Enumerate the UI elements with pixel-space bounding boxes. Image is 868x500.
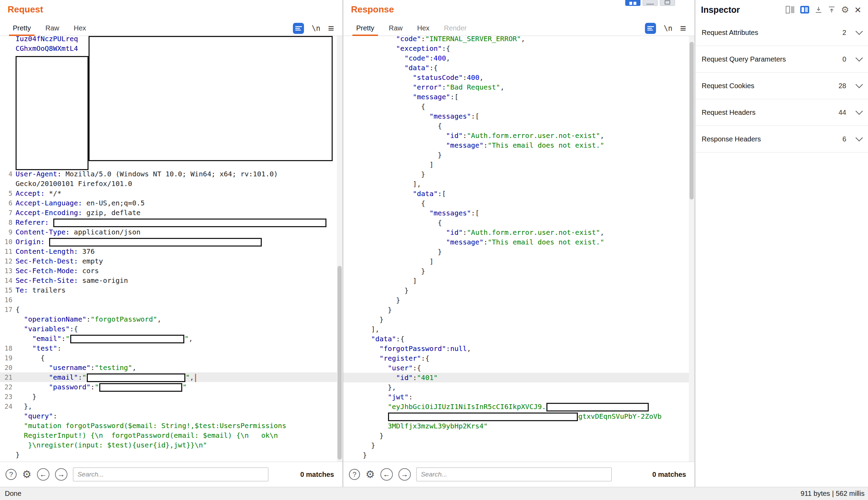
code-line[interactable]: "email":"",	[0, 334, 337, 343]
code-line[interactable]: }	[343, 295, 689, 305]
code-line[interactable]: 18 "test":	[0, 343, 337, 353]
code-line[interactable]: 7Accept-Encoding: gzip, deflate	[0, 208, 337, 217]
code-line[interactable]: }	[343, 286, 689, 295]
code-line[interactable]: }	[343, 431, 689, 441]
code-line[interactable]: "statusCode":400,	[343, 73, 689, 82]
code-line[interactable]: "data":{	[343, 63, 689, 73]
code-line[interactable]: {	[343, 102, 689, 111]
code-line[interactable]: 6Accept-Language: en-US,en;q=0.5	[0, 198, 337, 208]
search-settings-gear-icon[interactable]: ⚙	[22, 469, 31, 480]
code-line[interactable]: "jwt":	[343, 392, 689, 402]
code-line[interactable]: {	[343, 218, 689, 228]
code-line[interactable]: 9Content-Type: application/json	[0, 227, 337, 237]
pretty-print-icon[interactable]	[645, 23, 656, 34]
code-line[interactable]: ],	[343, 324, 689, 334]
code-line[interactable]: 14Sec-Fetch-Site: same-origin	[0, 276, 337, 285]
code-line[interactable]: }	[343, 247, 689, 257]
code-line[interactable]: "message":"This email does not exist."	[343, 237, 689, 247]
response-scrollbar[interactable]	[689, 36, 694, 462]
code-line[interactable]: "id":"401"	[343, 373, 689, 382]
code-line[interactable]: {	[343, 198, 689, 208]
response-tab-hex[interactable]: Hex	[410, 21, 437, 36]
code-line[interactable]: ]	[343, 160, 689, 169]
help-icon[interactable]: ?	[349, 469, 360, 480]
editor-menu-icon[interactable]: ≡	[680, 23, 686, 34]
code-line[interactable]: 22 "password":""	[0, 382, 337, 392]
request-editor[interactable]: Iuz04fNczPULreqCGhxmOoQ8WXmtL44User-Agen…	[0, 36, 337, 462]
collapse-all-icon[interactable]	[815, 6, 822, 13]
code-line[interactable]: 11Content-Length: 376	[0, 247, 337, 256]
next-match-button[interactable]: →	[398, 468, 411, 481]
code-line[interactable]: "messages":[	[343, 111, 689, 121]
code-line[interactable]: },	[343, 382, 689, 392]
code-line[interactable]: "operationName":"forgotPassword",	[0, 314, 337, 324]
layout-rows-button[interactable]	[643, 0, 658, 6]
code-line[interactable]: }	[343, 266, 689, 276]
code-line[interactable]: "message":[	[343, 92, 689, 102]
show-newlines-icon[interactable]: \n	[312, 24, 320, 33]
code-line[interactable]: {	[343, 121, 689, 131]
code-line[interactable]: 3MDlfjx3mzwL39ybHp2Krs4"	[343, 421, 689, 431]
code-line[interactable]: }	[343, 169, 689, 179]
expand-all-icon[interactable]	[828, 6, 835, 13]
code-line[interactable]: "message":"This email does not exist."	[343, 140, 689, 150]
code-line[interactable]: }\nregister(input: $test){user{id},jwt}}…	[0, 440, 337, 450]
response-tab-render[interactable]: Render	[437, 21, 474, 36]
code-line[interactable]: 10Origin:	[0, 237, 337, 247]
code-line[interactable]: }	[343, 315, 689, 324]
code-line[interactable]: 23 }	[0, 392, 337, 401]
scrollbar-thumb[interactable]	[338, 266, 342, 460]
request-tab-hex[interactable]: Hex	[66, 21, 93, 36]
inspector-section-request-cookies[interactable]: Request Cookies 28	[695, 73, 868, 99]
code-line[interactable]: 24 },	[0, 401, 337, 411]
inspector-section-request-attributes[interactable]: Request Attributes 2	[695, 19, 868, 46]
code-line[interactable]: "id":"Auth.form.error.user.not-exist",	[343, 131, 689, 140]
response-tab-raw[interactable]: Raw	[381, 21, 410, 36]
code-line[interactable]: "query":	[0, 411, 337, 421]
code-line[interactable]: 5Accept: */*	[0, 188, 337, 198]
inspector-section-request-headers[interactable]: Request Headers 44	[695, 99, 868, 126]
code-line[interactable]: "exception":{	[343, 44, 689, 53]
inspector-section-response-headers[interactable]: Response Headers 6	[695, 126, 868, 152]
code-line[interactable]: 13Sec-Fetch-Mode: cors	[0, 266, 337, 276]
code-line[interactable]: gtxvDEqnSVuPbY-2ZoVb	[343, 411, 689, 421]
search-settings-gear-icon[interactable]: ⚙	[366, 469, 375, 480]
code-line[interactable]: "user":{	[343, 363, 689, 373]
code-line[interactable]: "variables":{	[0, 324, 337, 334]
help-icon[interactable]: ?	[6, 469, 17, 480]
code-line[interactable]: "id":"Auth.form.error.user.not-exist",	[343, 228, 689, 237]
code-line[interactable]: 4User-Agent: Mozilla/5.0 (Windows NT 10.…	[0, 169, 337, 179]
code-line[interactable]: 16	[0, 295, 337, 305]
response-tab-pretty[interactable]: Pretty	[349, 21, 381, 36]
code-line[interactable]: }	[343, 450, 689, 460]
response-search-input[interactable]	[416, 467, 612, 481]
layout-single-button[interactable]	[660, 0, 675, 6]
chevron-down-icon[interactable]	[856, 134, 863, 141]
chevron-down-icon[interactable]	[856, 81, 863, 88]
request-scrollbar[interactable]	[337, 36, 342, 462]
code-line[interactable]: 20 "username":"testing",	[0, 363, 337, 372]
code-line[interactable]: "forgotPassword":null,	[343, 344, 689, 353]
scrollbar-thumb[interactable]	[690, 42, 694, 200]
code-line[interactable]: }	[343, 441, 689, 450]
code-line[interactable]: 8Referer:	[0, 217, 337, 227]
code-line[interactable]: Gecko/20100101 Firefox/101.0	[0, 179, 337, 188]
inspector-close-icon[interactable]: ×	[855, 4, 861, 15]
inspector-gear-icon[interactable]: ⚙	[841, 5, 849, 14]
code-line[interactable]: "code":"INTERNAL_SERVER_ERROR",	[343, 36, 689, 44]
code-line[interactable]: }	[343, 150, 689, 160]
inspector-section-request-query-parameters[interactable]: Request Query Parameters 0	[695, 46, 868, 73]
code-line[interactable]: "error":"Bad Request",	[343, 82, 689, 92]
request-search-input[interactable]	[73, 467, 268, 481]
code-line[interactable]: "code":400,	[343, 53, 689, 63]
response-viewer[interactable]: "code":"INTERNAL_SERVER_ERROR", "excepti…	[343, 36, 689, 462]
chevron-down-icon[interactable]	[856, 27, 863, 35]
code-line[interactable]: "data":[	[343, 189, 689, 198]
code-line[interactable]: RegisterInput!) {\n forgotPassword(email…	[0, 430, 337, 440]
code-line[interactable]: "mutation forgotPassword($email: String!…	[0, 421, 337, 430]
request-tab-pretty[interactable]: Pretty	[6, 21, 38, 36]
pretty-print-icon[interactable]	[293, 23, 304, 34]
prev-match-button[interactable]: ←	[37, 468, 49, 481]
code-line[interactable]: "eyJhbGciOiJIUzI1NiIsInR5cCI6IkpXVCJ9.	[343, 402, 689, 411]
code-line[interactable]: "messages":[	[343, 208, 689, 218]
